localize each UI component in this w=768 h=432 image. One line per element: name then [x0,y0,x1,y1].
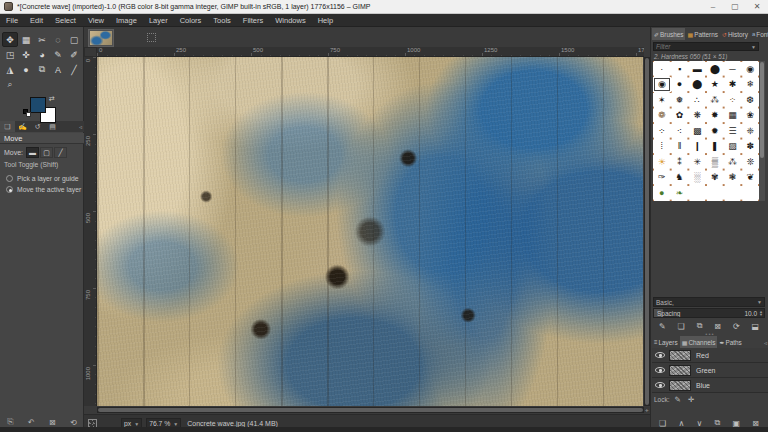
gradient-tool[interactable]: ◮ [2,62,18,77]
bucket-fill-tool[interactable]: ◕ [34,47,50,62]
brush-thumbnail[interactable]: ░ [688,170,706,186]
menu-image[interactable]: Image [110,14,143,27]
brush-filter-entry[interactable]: ▼ [653,42,759,51]
brush-thumbnail[interactable]: ◉ [741,61,759,77]
brush-thumbnail[interactable]: ❅ [671,92,689,108]
brush-thumbnail[interactable]: ● [671,77,689,93]
channel-row-red[interactable]: Red [652,348,768,363]
ruler-corner-button[interactable] [84,47,97,57]
brush-thumbnail[interactable]: · [653,61,671,77]
brush-thumbnail[interactable]: ❊ [741,154,759,170]
menu-filters[interactable]: Filters [237,14,269,27]
brush-thumbnail[interactable]: ✱ [724,77,742,93]
duplicate-brush-button[interactable]: ⧉ [697,321,703,331]
brush-thumbnail[interactable]: ✽ [741,139,759,155]
clone-tool[interactable]: ⧉ [34,62,50,77]
chevron-down-icon[interactable]: ▼ [751,44,756,50]
zoom-tool[interactable]: ⌕ [2,77,18,92]
refresh-brushes-button[interactable]: ⟳ [733,322,740,331]
open-brush-as-image-button[interactable]: ⬓ [751,322,759,331]
image-tab[interactable] [88,29,114,47]
restore-tool-preset-button[interactable]: ↶ [28,418,35,427]
heal-tool[interactable]: ✜ [18,47,34,62]
dock-menu-icon[interactable]: ◃ [79,123,82,130]
tab-tool-options[interactable]: ❏ [0,121,15,132]
brush-thumbnail[interactable]: ✿ [671,108,689,124]
menu-tools[interactable]: Tools [207,14,237,27]
brush-thumbnail[interactable]: ⬤ [688,77,706,93]
spacing-spinner[interactable]: ▲▼ [759,310,763,316]
brush-thumbnail[interactable]: ⁂ [706,92,724,108]
vertical-ruler[interactable]: 02505007501000 [84,57,97,406]
brush-thumbnail[interactable]: ▩ [688,123,706,139]
new-brush-button[interactable]: ❏ [678,322,685,331]
canvas-image[interactable] [97,57,643,406]
brush-thumbnail[interactable]: ❄ [741,77,759,93]
free-select-tool[interactable]: ◌ [50,32,66,47]
menu-help[interactable]: Help [312,14,339,27]
radio-pick-layer-or-guide[interactable]: Pick a layer or guide [6,175,79,182]
move-tool[interactable]: ✥ [2,32,18,47]
tab-history[interactable]: ↺History [720,28,750,40]
brush-thumbnail[interactable]: ⬤ [706,61,724,77]
dock-menu-icon[interactable]: ◃ [764,339,768,346]
brush-thumbnail[interactable]: ▒ [706,154,724,170]
brush-thumbnail[interactable]: ⁘ [653,123,671,139]
brush-thumbnail[interactable]: ⁂ [724,154,742,170]
airbrush-tool[interactable]: ✐ [66,47,82,62]
rectangle-select-tool[interactable]: ▦ [18,32,34,47]
brush-thumbnail[interactable]: ▦ [724,108,742,124]
save-tool-preset-button[interactable]: ⎘ [7,417,13,427]
pencil-tool[interactable]: ✎ [50,47,66,62]
tab-layers[interactable]: ≡Layers [652,336,680,348]
default-colors-icon[interactable] [23,109,32,118]
brush-thumbnail[interactable]: ◉ [653,77,671,93]
brush-thumbnail[interactable]: ‖ [671,139,689,155]
brush-tags-entry[interactable]: Basic, ▼ [653,297,765,307]
horizontal-ruler[interactable]: 02505007501000125015001750 [97,47,644,57]
reset-tool-options-button[interactable]: ⟲ [70,418,77,427]
tab-fonts[interactable]: aFonts [750,28,768,40]
menu-layer[interactable]: Layer [143,14,174,27]
brush-thumbnail[interactable]: ▨ [724,139,742,155]
menu-edit[interactable]: Edit [24,14,49,27]
menu-file[interactable]: File [0,14,24,27]
brush-thumbnail[interactable]: ❋ [688,108,706,124]
brush-thumbnail[interactable]: ❆ [741,92,759,108]
edit-brush-button[interactable]: ✎ [659,322,666,331]
brush-thumbnail[interactable]: ❚ [706,139,724,155]
brush-filter-input[interactable] [654,43,751,50]
brush-thumbnail[interactable]: ❃ [724,170,742,186]
brush-thumbnail[interactable]: ❁ [653,108,671,124]
brush-thumbnail[interactable]: ❦ [741,170,759,186]
move-selection-mode[interactable]: ▢ [40,147,53,158]
brush-thumbnail[interactable]: ⁖ [671,123,689,139]
menu-select[interactable]: Select [49,14,82,27]
smudge-tool[interactable]: ● [18,62,34,77]
brush-thumbnail[interactable]: ♞ [671,170,689,186]
tab-paths[interactable]: ✒Paths [717,336,743,348]
brush-thumbnail[interactable]: ✑ [653,170,671,186]
swap-colors-icon[interactable]: ⇄ [49,95,55,103]
brush-thumbnail[interactable]: ❧ [671,185,689,201]
tab-channels[interactable]: ▦Channels [680,336,718,348]
move-layer-mode[interactable]: ▬ [26,147,39,158]
tab-brushes[interactable]: ✐Brushes [652,28,685,40]
visibility-eye-icon[interactable] [655,352,665,358]
scissors-select-tool[interactable]: ✂ [34,32,50,47]
transform-tool[interactable]: ◳ [2,47,18,62]
chevron-down-icon[interactable]: ▼ [757,299,762,305]
brush-thumbnail[interactable]: ● [653,185,671,201]
channel-row-green[interactable]: Green [652,363,768,378]
brush-thumbnail[interactable]: ▬ [688,61,706,77]
delete-brush-button[interactable]: ⊠ [714,322,721,331]
lock-pixels-button[interactable]: ✎ [675,395,681,404]
brush-thumbnail[interactable]: ✾ [706,170,724,186]
brush-thumbnail[interactable]: ▪ [671,61,689,77]
paths-tool[interactable]: ╱ [66,62,82,77]
menu-windows[interactable]: Windows [269,14,311,27]
brush-thumbnail[interactable]: ∴ [688,92,706,108]
brush-thumbnail[interactable]: ❙ [688,139,706,155]
brush-thumbnail[interactable]: ⁘ [724,92,742,108]
crop-tool[interactable]: ▢ [66,32,82,47]
